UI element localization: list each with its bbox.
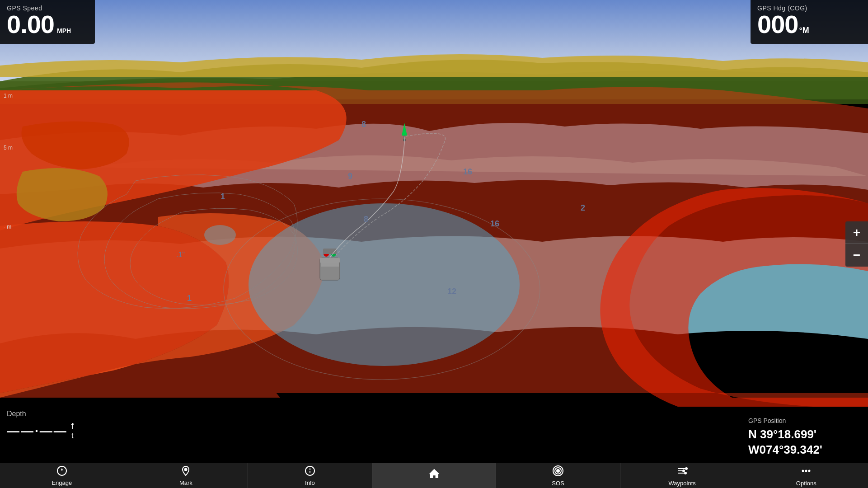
svg-rect-1: [320, 258, 340, 263]
engage-label: Engage: [52, 479, 72, 486]
depth-dashes: ——·——: [7, 424, 68, 438]
gps-speed-value: 0.00: [7, 12, 54, 37]
home-icon: [428, 468, 441, 482]
gps-position-lon: W074°39.342': [748, 442, 861, 458]
svg-point-24: [802, 469, 804, 472]
depth-8: 8: [364, 215, 368, 224]
depth-panel: Depth ——·—— f t: [0, 404, 93, 463]
svg-point-21: [685, 468, 687, 469]
scale-5m: 5 m: [4, 145, 13, 151]
nav-sos[interactable]: SOS: [496, 463, 620, 488]
navigation-bar: Engage Mark Info: [0, 463, 868, 488]
depth-label: Depth: [7, 410, 86, 418]
depth-9: 9: [348, 172, 352, 181]
gps-heading-value: 000: [757, 12, 798, 37]
svg-point-23: [685, 472, 686, 474]
svg-rect-2: [321, 263, 339, 267]
gps-speed-panel: GPS Speed 0.00 MPH: [0, 0, 95, 44]
gps-heading-unit: °M: [799, 26, 809, 35]
svg-point-22: [683, 470, 685, 472]
rock-shoal: [204, 225, 236, 245]
svg-marker-10: [61, 468, 63, 471]
svg-point-17: [557, 469, 559, 472]
engage-icon: [56, 465, 67, 478]
scale-m: - m: [4, 224, 11, 230]
gps-position-panel: GPS Position N 39°18.699' W074°39.342': [741, 412, 868, 463]
svg-point-25: [805, 469, 807, 472]
options-label: Options: [796, 480, 816, 487]
scale-1m: 1 m: [4, 93, 13, 99]
depth-8b: 8: [361, 120, 366, 129]
info-label: Info: [305, 479, 315, 486]
depth-unit-t: t: [71, 431, 74, 441]
info-icon: [305, 465, 315, 478]
depth-unit-f: f: [71, 422, 74, 431]
nav-engage[interactable]: Engage: [0, 463, 124, 488]
depth-16b: 16: [490, 219, 499, 229]
depth-1a: 1: [221, 192, 225, 202]
options-icon: [800, 465, 812, 479]
mark-label: Mark: [179, 479, 192, 486]
zoom-controls: + −: [845, 221, 868, 267]
depth-1b: 1: [187, 294, 192, 303]
zoom-in-button[interactable]: +: [845, 221, 868, 244]
nav-waypoints[interactable]: Waypoints: [620, 463, 745, 488]
gps-heading-panel: GPS Hdg (COG) 000 °M: [751, 0, 868, 44]
svg-point-11: [185, 468, 187, 470]
mark-icon: [180, 465, 191, 478]
nav-info[interactable]: Info: [248, 463, 372, 488]
nav-options[interactable]: Options: [744, 463, 868, 488]
nav-mark[interactable]: Mark: [124, 463, 249, 488]
sos-icon: [552, 465, 564, 479]
svg-point-26: [808, 469, 811, 472]
gps-position-label: GPS Position: [748, 417, 861, 424]
gps-position-lat: N 39°18.699': [748, 427, 861, 442]
waypoints-icon: [676, 465, 688, 479]
deep-channel-ellipse: [249, 203, 520, 366]
depth-16a: 16: [463, 167, 472, 177]
nav-home[interactable]: [372, 463, 497, 488]
depth-01: .1": [176, 251, 185, 259]
depth-2: 2: [581, 203, 585, 213]
zoom-out-button[interactable]: −: [845, 244, 868, 267]
map-view[interactable]: [0, 0, 868, 488]
distant-fields: [0, 54, 868, 77]
depth-12: 12: [447, 287, 456, 296]
sos-label: SOS: [552, 480, 564, 487]
gps-speed-unit-mph: MPH: [57, 27, 71, 34]
waypoints-label: Waypoints: [669, 480, 696, 487]
